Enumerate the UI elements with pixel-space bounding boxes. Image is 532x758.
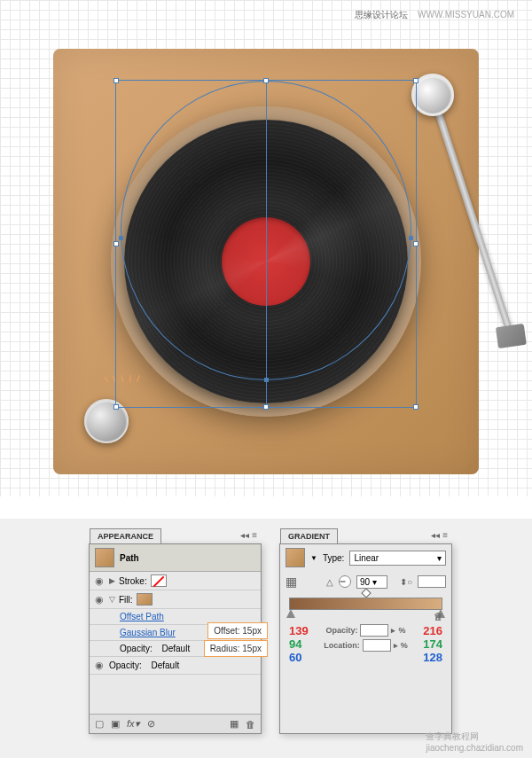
trash-icon[interactable]: 🗑 xyxy=(246,719,255,730)
stroke-gradient-icon[interactable]: ▦ xyxy=(286,574,305,589)
gradient-ramp[interactable]: 🗑 xyxy=(289,598,442,610)
tonearm-pivot xyxy=(411,74,454,116)
duplicate-icon[interactable]: ▦ xyxy=(230,718,239,730)
location-label: Location: xyxy=(324,641,360,650)
path-swatch xyxy=(95,548,114,567)
path-label: Path xyxy=(120,553,139,563)
header-branding: 思缘设计论坛 WWW.MISSYUAN.COM xyxy=(355,9,514,21)
radius-callout: Radius: 15px xyxy=(204,640,268,657)
opacity-value: Default xyxy=(151,660,179,670)
gradient-swatch[interactable] xyxy=(286,548,305,567)
layer-icon[interactable]: ▣ xyxy=(111,718,120,730)
visibility-icon[interactable]: ◉ xyxy=(93,575,106,587)
gaussian-blur-link[interactable]: Gaussian Blur xyxy=(120,628,176,637)
offset-callout: Offset: 15px xyxy=(207,622,268,639)
gradient-type-row: ▼ Type: Linear ▾ xyxy=(280,544,451,571)
visibility-icon[interactable]: ◉ xyxy=(93,660,106,671)
b-left: 60 xyxy=(289,651,309,664)
clear-icon[interactable]: ⊘ xyxy=(147,718,155,730)
no-stroke-swatch[interactable] xyxy=(151,574,167,587)
r-left: 139 xyxy=(289,624,309,637)
g-right: 174 xyxy=(423,637,442,651)
dropdown-icon[interactable]: ▼ xyxy=(310,554,317,562)
fill-swatch[interactable] xyxy=(137,593,153,606)
stop-opacity-input[interactable] xyxy=(360,624,388,637)
type-label: Type: xyxy=(323,553,344,563)
stop-inputs: Opacity: ▸ % Location: ▸ % xyxy=(324,624,408,664)
panels-area: APPEARANCE ◂◂ ≡ Path ◉ ▶ Stroke: ◉ ▽ Fil… xyxy=(0,519,532,758)
rgb-left-stop: 139 94 60 xyxy=(289,624,309,664)
site-name: 思缘设计论坛 xyxy=(355,10,408,20)
panel-menu-icon[interactable]: ◂◂ ≡ xyxy=(240,530,257,540)
stop-location-input[interactable] xyxy=(363,639,391,652)
panel-menu-icon[interactable]: ◂◂ ≡ xyxy=(431,530,448,540)
appearance-path-header[interactable]: Path xyxy=(90,544,261,572)
vinyl-record xyxy=(124,120,408,403)
canvas-area[interactable]: 思缘设计论坛 WWW.MISSYUAN.COM xyxy=(0,0,532,496)
fill-label: Fill: xyxy=(119,595,133,605)
record-label xyxy=(222,217,310,306)
r-right: 216 xyxy=(423,624,442,637)
rgb-right-stop: 216 174 128 xyxy=(423,624,442,664)
gradient-panel[interactable]: GRADIENT ◂◂ ≡ ▼ Type: Linear ▾ ▦ △ 90 ▾ … xyxy=(279,543,452,734)
appearance-footer: ▢ ▣ fx▾ ⊘ ▦ 🗑 xyxy=(90,714,261,733)
expand-icon[interactable]: ▽ xyxy=(109,595,115,604)
object-opacity-row[interactable]: ◉ Opacity: Default xyxy=(90,657,261,675)
stroke-label: Stroke: xyxy=(119,576,147,586)
b-right: 128 xyxy=(423,651,442,664)
delete-stop-icon[interactable]: 🗑 xyxy=(434,611,443,621)
expand-icon[interactable]: ▶ xyxy=(109,576,115,585)
opacity-value: Default xyxy=(161,644,190,653)
appearance-panel[interactable]: APPEARANCE ◂◂ ≡ Path ◉ ▶ Stroke: ◉ ▽ Fil… xyxy=(89,543,262,734)
watermark: 查字典教程网 jiaocheng.chazidian.com xyxy=(426,731,523,753)
new-art-icon[interactable]: ▢ xyxy=(95,718,104,730)
type-select[interactable]: Linear ▾ xyxy=(349,551,446,566)
angle-dial[interactable] xyxy=(339,575,351,588)
visibility-icon[interactable]: ◉ xyxy=(93,594,106,606)
volume-knob xyxy=(84,399,129,443)
opacity-label: Opacity: xyxy=(325,626,357,635)
fx-button[interactable]: fx▾ xyxy=(127,718,140,730)
chevron-down-icon: ▾ xyxy=(437,553,442,563)
opacity-label: Opacity: xyxy=(120,644,153,653)
aspect-input[interactable] xyxy=(418,575,446,588)
opacity-label: Opacity: xyxy=(109,660,142,670)
rgb-values: 139 94 60 Opacity: ▸ % Location: ▸ % 216… xyxy=(280,622,451,666)
offset-path-link[interactable]: Offset Path xyxy=(120,612,164,621)
angle-label: △ xyxy=(326,577,333,587)
type-value: Linear xyxy=(354,553,379,563)
turntable-artwork xyxy=(53,49,479,474)
g-left: 94 xyxy=(289,637,309,651)
gradient-tab[interactable]: GRADIENT xyxy=(280,528,338,543)
gradient-stop-left[interactable] xyxy=(286,609,295,618)
site-url: WWW.MISSYUAN.COM xyxy=(418,10,514,20)
knob-ticks xyxy=(108,375,153,402)
fill-row[interactable]: ◉ ▽ Fill: xyxy=(90,590,261,609)
angle-input[interactable]: 90 ▾ xyxy=(356,575,387,589)
stroke-row[interactable]: ◉ ▶ Stroke: xyxy=(90,572,261,590)
aspect-icon: ⬍○ xyxy=(400,577,412,587)
appearance-tab[interactable]: APPEARANCE xyxy=(90,528,161,543)
